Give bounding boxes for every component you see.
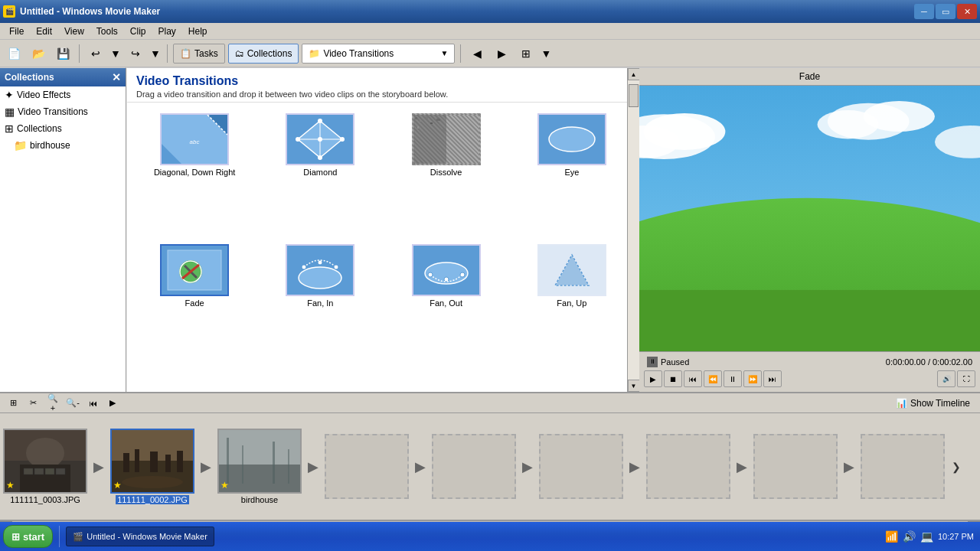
clip-star-3: ★ bbox=[220, 480, 229, 491]
storyboard-tool-1[interactable]: ⊞ bbox=[5, 395, 21, 412]
maximize-button[interactable]: ▭ bbox=[936, 4, 956, 19]
scroll-down-button[interactable]: ▼ bbox=[628, 380, 640, 392]
transition-label: Fade bbox=[185, 298, 204, 308]
transition-diagonal-down-right[interactable]: abc Diagonal, Down Right bbox=[135, 110, 254, 235]
app-icon: 🎬 bbox=[3, 5, 15, 18]
collection-dropdown[interactable]: 📁 Video Transitions ▼ bbox=[302, 44, 455, 64]
sidebar-item-birdhouse[interactable]: 📁 birdhouse bbox=[0, 137, 126, 154]
svg-rect-68 bbox=[135, 449, 139, 472]
start-label: start bbox=[23, 531, 44, 543]
pause-button[interactable]: ⏸ bbox=[724, 370, 742, 387]
save-button[interactable]: 💾 bbox=[52, 43, 74, 64]
scrollbar[interactable]: ▲ ▼ bbox=[627, 68, 639, 392]
storyboard-clip-2[interactable]: ★ 111111_0002.JPG bbox=[110, 429, 194, 504]
fast-forward-button[interactable]: ⏩ bbox=[743, 370, 762, 387]
grid-dropdown[interactable]: ▼ bbox=[540, 43, 552, 64]
menubar: File Edit View Tools Clip Play Help bbox=[0, 23, 980, 40]
rewind-button[interactable]: ⏪ bbox=[704, 370, 722, 387]
scroll-up-button[interactable]: ▲ bbox=[628, 68, 640, 80]
storyboard-empty-1 bbox=[325, 434, 409, 499]
storyboard-zoom-in[interactable]: 🔍+ bbox=[44, 395, 61, 412]
svg-point-41 bbox=[444, 277, 449, 282]
menu-tools[interactable]: Tools bbox=[90, 24, 124, 38]
taskbar-app-moviemaker[interactable]: 🎬 Untitled - Windows Movie Maker bbox=[66, 527, 214, 546]
undo-dropdown[interactable]: ▼ bbox=[109, 43, 122, 64]
new-button[interactable]: 📄 bbox=[3, 43, 24, 64]
transition-label: Fan, Out bbox=[430, 298, 462, 308]
clip-star-2: ★ bbox=[113, 480, 122, 491]
sidebar: Collections ✕ ✦ Video Effects ▦ Video Tr… bbox=[0, 67, 126, 392]
svg-rect-19 bbox=[430, 122, 433, 124]
storyboard-play[interactable]: ▶ bbox=[104, 395, 121, 412]
transition-diamond[interactable]: Diamond bbox=[260, 110, 380, 235]
sidebar-item-label: birdhouse bbox=[30, 140, 70, 151]
transitions-header: Video Transitions Drag a video transitio… bbox=[127, 68, 639, 103]
sidebar-item-collections[interactable]: ⊞ Collections bbox=[0, 120, 126, 137]
tasks-button[interactable]: 📋 Tasks bbox=[173, 44, 225, 64]
svg-point-34 bbox=[299, 267, 341, 289]
collection-icon: 📁 bbox=[309, 48, 320, 59]
forward-button[interactable]: ▶ bbox=[491, 43, 512, 64]
open-button[interactable]: 📂 bbox=[28, 43, 49, 64]
transition-fan-up[interactable]: Fan, Up bbox=[512, 241, 632, 366]
menu-help[interactable]: Help bbox=[182, 24, 214, 38]
titlebar-left: 🎬 Untitled - Windows Movie Maker bbox=[3, 5, 160, 18]
fullscreen-button[interactable]: ⛶ bbox=[957, 370, 975, 387]
titlebar-controls[interactable]: ─ ▭ ✕ bbox=[914, 4, 977, 19]
storyboard: ★ 111111_0003.JPG ▶ bbox=[0, 413, 980, 520]
menu-edit[interactable]: Edit bbox=[30, 24, 58, 38]
svg-point-12 bbox=[296, 137, 300, 142]
transition-eye[interactable]: Eye bbox=[512, 110, 632, 235]
transition-fade[interactable]: Fade bbox=[135, 241, 254, 366]
transition-fan-out[interactable]: Fan, Out bbox=[387, 241, 506, 366]
svg-rect-18 bbox=[425, 116, 428, 119]
scroll-thumb[interactable] bbox=[629, 84, 639, 107]
sidebar-close-button[interactable]: ✕ bbox=[112, 71, 121, 83]
sidebar-item-video-effects[interactable]: ✦ Video Effects bbox=[0, 86, 126, 103]
volume-button[interactable]: 🔊 bbox=[937, 370, 956, 387]
collections-icon: 🗂 bbox=[235, 48, 244, 59]
redo-dropdown[interactable]: ▼ bbox=[149, 43, 162, 64]
redo-button[interactable]: ↪ bbox=[125, 43, 146, 64]
show-timeline-label: Show Timeline bbox=[910, 398, 970, 409]
transition-fan-in[interactable]: Fan, In bbox=[260, 241, 380, 366]
minimize-button[interactable]: ─ bbox=[914, 4, 934, 19]
stop-button[interactable]: ⏹ bbox=[664, 370, 682, 387]
menu-view[interactable]: View bbox=[58, 24, 90, 38]
menu-play[interactable]: Play bbox=[152, 24, 182, 38]
next-frame-button[interactable]: ⏭ bbox=[763, 370, 782, 387]
svg-rect-17 bbox=[420, 120, 421, 122]
menu-file[interactable]: File bbox=[3, 24, 30, 38]
svg-rect-76 bbox=[227, 438, 229, 484]
close-button[interactable]: ✕ bbox=[957, 4, 977, 19]
storyboard-zoom-out[interactable]: 🔍- bbox=[64, 395, 81, 412]
transitions-title: Video Transitions bbox=[136, 74, 630, 88]
menu-clip[interactable]: Clip bbox=[124, 24, 152, 38]
back-button[interactable]: ◀ bbox=[466, 43, 488, 64]
prev-frame-button[interactable]: ⏮ bbox=[684, 370, 702, 387]
transition-dissolve[interactable]: Dissolve bbox=[387, 110, 506, 235]
storyboard-back[interactable]: ⏮ bbox=[84, 395, 101, 412]
taskbar: ⊞ start 🎬 Untitled - Windows Movie Maker… bbox=[0, 522, 980, 551]
storyboard-tool-2[interactable]: ✂ bbox=[24, 395, 41, 412]
collections-icon: ⊞ bbox=[5, 122, 14, 135]
svg-point-24 bbox=[549, 127, 595, 152]
svg-rect-16 bbox=[415, 117, 417, 119]
transitions-panel: Video Transitions Drag a video transitio… bbox=[126, 67, 639, 392]
sidebar-item-video-transitions[interactable]: ▦ Video Transitions bbox=[0, 103, 126, 120]
storyboard-clip-3[interactable]: ★ birdhouse bbox=[217, 429, 302, 504]
moviemaker-icon: 🎬 bbox=[73, 532, 83, 542]
transition-label: Eye bbox=[564, 168, 579, 177]
grid-button[interactable]: ⊞ bbox=[515, 43, 537, 64]
collections-button[interactable]: 🗂 Collections bbox=[228, 44, 299, 64]
start-button[interactable]: ⊞ start bbox=[3, 525, 53, 548]
svg-point-58 bbox=[26, 438, 64, 468]
storyboard-clip-1[interactable]: ★ 111111_0003.JPG bbox=[3, 429, 87, 504]
show-timeline-button[interactable]: 📊 Show Timeline bbox=[890, 396, 975, 411]
separator-2 bbox=[167, 44, 168, 63]
svg-rect-69 bbox=[150, 452, 158, 472]
transition-thumb-fan-up bbox=[537, 244, 606, 296]
storyboard-empty-5 bbox=[753, 434, 838, 499]
undo-button[interactable]: ↩ bbox=[85, 43, 106, 64]
play-button[interactable]: ▶ bbox=[644, 370, 662, 387]
